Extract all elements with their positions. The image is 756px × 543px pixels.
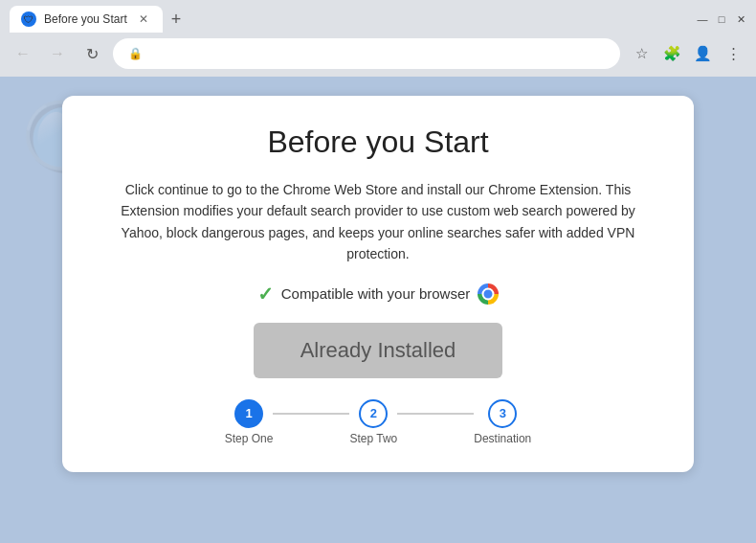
step-line-1 bbox=[273, 413, 349, 415]
step-1-circle: 1 bbox=[234, 399, 263, 428]
tab-strip: Before you Start ✕ + bbox=[10, 6, 189, 33]
step-line-2 bbox=[397, 413, 474, 415]
chrome-logo bbox=[478, 283, 499, 305]
address-bar[interactable]: 🔒 bbox=[113, 38, 620, 69]
new-tab-button[interactable]: + bbox=[163, 6, 189, 33]
install-button[interactable]: Already Installed bbox=[254, 323, 502, 378]
title-bar: Before you Start ✕ + — □ ✕ bbox=[0, 0, 756, 33]
compatible-row: ✓ Compatible with your browser bbox=[100, 283, 656, 305]
profile-icon[interactable]: 👤 bbox=[689, 40, 716, 67]
main-card: Before you Start Click continue to go to… bbox=[62, 96, 694, 472]
steps-row: 1 Step One 2 Step Two 3 Destination bbox=[100, 399, 656, 445]
step-3-label: Destination bbox=[474, 432, 531, 445]
window-controls: — □ ✕ bbox=[697, 13, 746, 25]
step-1: 1 Step One bbox=[225, 399, 274, 445]
tab-favicon bbox=[21, 11, 36, 27]
maximize-button[interactable]: □ bbox=[716, 13, 727, 25]
step-2-label: Step Two bbox=[349, 432, 397, 445]
minimize-button[interactable]: — bbox=[697, 13, 708, 25]
step-2-circle: 2 bbox=[359, 399, 388, 428]
page-area: 🔍 rish0m Before you Start Click continue… bbox=[0, 77, 756, 543]
step-1-label: Step One bbox=[225, 432, 274, 445]
checkmark-icon: ✓ bbox=[257, 283, 274, 305]
step-3-circle: 3 bbox=[488, 399, 517, 428]
forward-button[interactable]: → bbox=[44, 40, 71, 67]
refresh-button[interactable]: ↻ bbox=[78, 40, 105, 67]
address-bar-row: ← → ↻ 🔒 ☆ 🧩 👤 ⋮ bbox=[0, 33, 756, 77]
lock-icon: 🔒 bbox=[128, 47, 143, 60]
menu-icon[interactable]: ⋮ bbox=[720, 40, 746, 67]
browser-chrome: Before you Start ✕ + — □ ✕ ← → ↻ 🔒 ☆ 🧩 👤… bbox=[0, 0, 756, 77]
card-title: Before you Start bbox=[100, 124, 656, 160]
bookmark-icon[interactable]: ☆ bbox=[628, 40, 655, 67]
back-button[interactable]: ← bbox=[10, 40, 36, 67]
close-button[interactable]: ✕ bbox=[735, 13, 746, 25]
tab-close-button[interactable]: ✕ bbox=[136, 11, 151, 27]
step-2: 2 Step Two bbox=[349, 399, 397, 445]
card-description: Click continue to go to the Chrome Web S… bbox=[100, 179, 656, 265]
active-tab[interactable]: Before you Start ✕ bbox=[10, 6, 163, 33]
compatible-text: Compatible with your browser bbox=[281, 285, 471, 302]
toolbar-icons: ☆ 🧩 👤 ⋮ bbox=[628, 40, 746, 67]
tab-title: Before you Start bbox=[44, 12, 127, 26]
step-3: 3 Destination bbox=[474, 399, 531, 445]
extensions-icon[interactable]: 🧩 bbox=[658, 40, 685, 67]
